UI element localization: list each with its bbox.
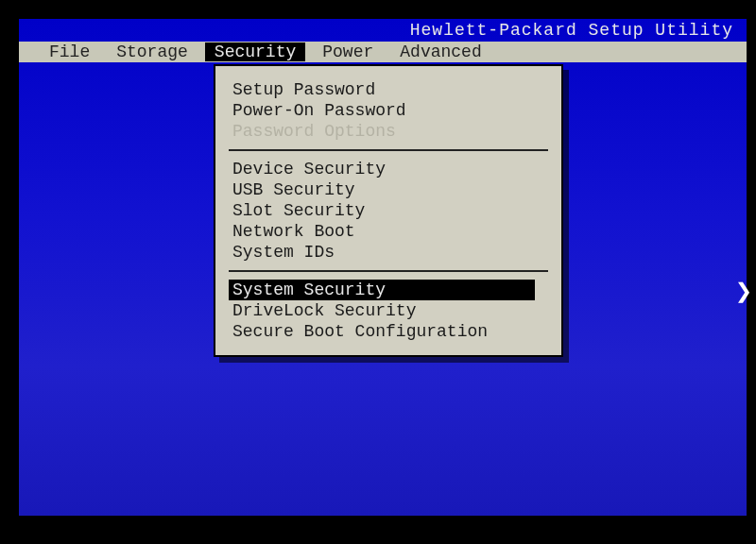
menu-drivelock-security[interactable]: DriveLock Security (215, 300, 561, 321)
menu-password-options: Password Options (215, 121, 561, 142)
menu-device-security[interactable]: Device Security (215, 159, 561, 179)
tab-security[interactable]: Security (205, 42, 305, 61)
tab-advanced[interactable]: Advanced (390, 42, 490, 61)
menu-slot-security[interactable]: Slot Security (215, 200, 561, 221)
tab-power[interactable]: Power (313, 42, 383, 61)
menu-usb-security[interactable]: USB Security (215, 179, 561, 200)
menubar: File Storage Security Power Advanced (19, 42, 747, 62)
tab-storage[interactable]: Storage (107, 42, 198, 61)
menu-secure-boot-configuration[interactable]: Secure Boot Configuration (215, 321, 561, 342)
tab-file[interactable]: File (40, 42, 99, 61)
menu-system-ids[interactable]: System IDs (215, 242, 561, 263)
menu-poweron-password[interactable]: Power-On Password (215, 100, 561, 121)
menu-network-boot[interactable]: Network Boot (215, 221, 561, 242)
menu-setup-password[interactable]: Setup Password (215, 79, 561, 100)
menu-separator (229, 149, 548, 151)
menu-separator (229, 270, 548, 272)
security-dropdown: Setup Password Power-On Password Passwor… (214, 64, 563, 357)
chevron-right-icon: ❯ (735, 274, 752, 309)
menu-system-security[interactable]: System Security (229, 280, 535, 300)
utility-title: Hewlett-Packard Setup Utility (19, 19, 747, 42)
